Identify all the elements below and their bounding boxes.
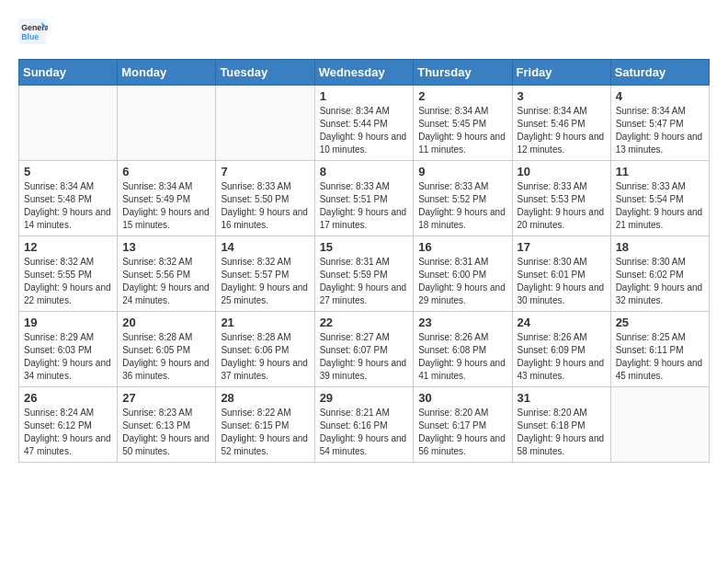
cell-date-number: 20 bbox=[122, 316, 210, 329]
cell-date-number: 25 bbox=[616, 316, 704, 329]
calendar-week-row: 5Sunrise: 8:34 AM Sunset: 5:48 PM Daylig… bbox=[19, 161, 710, 236]
cell-date-number: 19 bbox=[24, 316, 112, 329]
cell-date-number: 29 bbox=[320, 391, 409, 405]
calendar-cell: 4Sunrise: 8:34 AM Sunset: 5:47 PM Daylig… bbox=[610, 86, 709, 161]
calendar-cell: 28Sunrise: 8:22 AM Sunset: 6:15 PM Dayli… bbox=[216, 387, 314, 463]
calendar-cell: 5Sunrise: 8:34 AM Sunset: 5:48 PM Daylig… bbox=[19, 161, 118, 236]
cell-date-number: 13 bbox=[122, 240, 210, 254]
cell-info: Sunrise: 8:24 AM Sunset: 6:12 PM Dayligh… bbox=[24, 407, 112, 458]
calendar-cell bbox=[118, 86, 216, 161]
cell-info: Sunrise: 8:34 AM Sunset: 5:44 PM Dayligh… bbox=[320, 105, 409, 156]
calendar-cell: 20Sunrise: 8:28 AM Sunset: 6:05 PM Dayli… bbox=[118, 312, 216, 387]
cell-info: Sunrise: 8:34 AM Sunset: 5:49 PM Dayligh… bbox=[122, 180, 210, 232]
calendar-cell: 11Sunrise: 8:33 AM Sunset: 5:54 PM Dayli… bbox=[610, 161, 709, 236]
cell-date-number: 26 bbox=[24, 391, 112, 405]
cell-date-number: 12 bbox=[24, 240, 112, 254]
cell-date-number: 17 bbox=[518, 240, 606, 254]
cell-info: Sunrise: 8:32 AM Sunset: 5:57 PM Dayligh… bbox=[221, 256, 309, 307]
cell-info: Sunrise: 8:34 AM Sunset: 5:47 PM Dayligh… bbox=[616, 105, 704, 156]
calendar-cell: 7Sunrise: 8:33 AM Sunset: 5:50 PM Daylig… bbox=[216, 161, 314, 236]
cell-info: Sunrise: 8:25 AM Sunset: 6:11 PM Dayligh… bbox=[616, 331, 704, 383]
cell-info: Sunrise: 8:31 AM Sunset: 5:59 PM Dayligh… bbox=[320, 256, 409, 307]
cell-info: Sunrise: 8:22 AM Sunset: 6:15 PM Dayligh… bbox=[221, 407, 309, 458]
cell-date-number: 15 bbox=[320, 240, 409, 254]
cell-date-number: 21 bbox=[221, 316, 309, 329]
cell-date-number: 5 bbox=[24, 165, 112, 178]
cell-info: Sunrise: 8:34 AM Sunset: 5:48 PM Dayligh… bbox=[24, 180, 112, 232]
cell-info: Sunrise: 8:28 AM Sunset: 6:05 PM Dayligh… bbox=[122, 331, 210, 383]
cell-info: Sunrise: 8:29 AM Sunset: 6:03 PM Dayligh… bbox=[24, 331, 112, 383]
calendar-week-row: 12Sunrise: 8:32 AM Sunset: 5:55 PM Dayli… bbox=[19, 236, 710, 312]
calendar-cell: 31Sunrise: 8:20 AM Sunset: 6:18 PM Dayli… bbox=[512, 387, 610, 463]
cell-info: Sunrise: 8:31 AM Sunset: 6:00 PM Dayligh… bbox=[418, 256, 506, 307]
cell-date-number: 31 bbox=[518, 391, 606, 405]
cell-date-number: 10 bbox=[518, 165, 606, 178]
cell-date-number: 23 bbox=[418, 316, 506, 329]
calendar-cell: 16Sunrise: 8:31 AM Sunset: 6:00 PM Dayli… bbox=[414, 236, 512, 312]
cell-date-number: 8 bbox=[320, 165, 409, 178]
calendar-cell: 19Sunrise: 8:29 AM Sunset: 6:03 PM Dayli… bbox=[19, 312, 118, 387]
calendar-week-row: 19Sunrise: 8:29 AM Sunset: 6:03 PM Dayli… bbox=[19, 312, 710, 387]
calendar-cell: 2Sunrise: 8:34 AM Sunset: 5:45 PM Daylig… bbox=[414, 86, 512, 161]
calendar-cell: 30Sunrise: 8:20 AM Sunset: 6:17 PM Dayli… bbox=[414, 387, 512, 463]
weekday-header-wednesday: Wednesday bbox=[314, 60, 414, 86]
calendar-cell bbox=[19, 86, 118, 161]
calendar-cell: 15Sunrise: 8:31 AM Sunset: 5:59 PM Dayli… bbox=[314, 236, 414, 312]
cell-info: Sunrise: 8:26 AM Sunset: 6:09 PM Dayligh… bbox=[518, 331, 606, 383]
cell-info: Sunrise: 8:20 AM Sunset: 6:17 PM Dayligh… bbox=[418, 407, 506, 458]
cell-info: Sunrise: 8:21 AM Sunset: 6:16 PM Dayligh… bbox=[320, 407, 409, 458]
cell-date-number: 28 bbox=[221, 391, 309, 405]
cell-date-number: 24 bbox=[518, 316, 606, 329]
cell-info: Sunrise: 8:23 AM Sunset: 6:13 PM Dayligh… bbox=[122, 407, 210, 458]
cell-date-number: 11 bbox=[616, 165, 704, 178]
calendar-cell bbox=[610, 387, 709, 463]
calendar-cell: 18Sunrise: 8:30 AM Sunset: 6:02 PM Dayli… bbox=[610, 236, 709, 312]
cell-info: Sunrise: 8:33 AM Sunset: 5:52 PM Dayligh… bbox=[418, 180, 506, 232]
cell-date-number: 9 bbox=[418, 165, 506, 178]
weekday-header-tuesday: Tuesday bbox=[216, 60, 314, 86]
cell-info: Sunrise: 8:33 AM Sunset: 5:53 PM Dayligh… bbox=[518, 180, 606, 232]
cell-info: Sunrise: 8:33 AM Sunset: 5:50 PM Dayligh… bbox=[221, 180, 309, 232]
cell-date-number: 27 bbox=[122, 391, 210, 405]
calendar-cell: 12Sunrise: 8:32 AM Sunset: 5:55 PM Dayli… bbox=[19, 236, 118, 312]
calendar-cell: 25Sunrise: 8:25 AM Sunset: 6:11 PM Dayli… bbox=[610, 312, 709, 387]
cell-info: Sunrise: 8:33 AM Sunset: 5:54 PM Dayligh… bbox=[616, 180, 704, 232]
page-header: General Blue bbox=[18, 18, 710, 44]
calendar-cell: 1Sunrise: 8:34 AM Sunset: 5:44 PM Daylig… bbox=[314, 86, 414, 161]
cell-date-number: 6 bbox=[122, 165, 210, 178]
calendar-cell: 9Sunrise: 8:33 AM Sunset: 5:52 PM Daylig… bbox=[414, 161, 512, 236]
weekday-header-saturday: Saturday bbox=[610, 60, 709, 86]
cell-info: Sunrise: 8:20 AM Sunset: 6:18 PM Dayligh… bbox=[518, 407, 606, 458]
svg-text:General: General bbox=[21, 23, 48, 32]
cell-info: Sunrise: 8:34 AM Sunset: 5:45 PM Dayligh… bbox=[418, 105, 506, 156]
cell-info: Sunrise: 8:30 AM Sunset: 6:01 PM Dayligh… bbox=[518, 256, 606, 307]
weekday-header-sunday: Sunday bbox=[19, 60, 118, 86]
calendar-cell: 13Sunrise: 8:32 AM Sunset: 5:56 PM Dayli… bbox=[118, 236, 216, 312]
cell-date-number: 16 bbox=[418, 240, 506, 254]
weekday-header-row: SundayMondayTuesdayWednesdayThursdayFrid… bbox=[19, 60, 710, 86]
calendar-cell: 27Sunrise: 8:23 AM Sunset: 6:13 PM Dayli… bbox=[118, 387, 216, 463]
weekday-header-monday: Monday bbox=[118, 60, 216, 86]
weekday-header-friday: Friday bbox=[512, 60, 610, 86]
cell-date-number: 7 bbox=[221, 165, 309, 178]
cell-date-number: 4 bbox=[616, 89, 704, 103]
calendar-cell: 23Sunrise: 8:26 AM Sunset: 6:08 PM Dayli… bbox=[414, 312, 512, 387]
cell-date-number: 1 bbox=[320, 89, 409, 103]
cell-date-number: 3 bbox=[518, 89, 606, 103]
calendar-cell: 10Sunrise: 8:33 AM Sunset: 5:53 PM Dayli… bbox=[512, 161, 610, 236]
cell-date-number: 30 bbox=[418, 391, 506, 405]
cell-info: Sunrise: 8:26 AM Sunset: 6:08 PM Dayligh… bbox=[418, 331, 506, 383]
cell-date-number: 2 bbox=[418, 89, 506, 103]
calendar-week-row: 1Sunrise: 8:34 AM Sunset: 5:44 PM Daylig… bbox=[19, 86, 710, 161]
weekday-header-thursday: Thursday bbox=[414, 60, 512, 86]
svg-text:Blue: Blue bbox=[21, 32, 39, 41]
calendar-table: SundayMondayTuesdayWednesdayThursdayFrid… bbox=[18, 59, 710, 463]
calendar-cell: 24Sunrise: 8:26 AM Sunset: 6:09 PM Dayli… bbox=[512, 312, 610, 387]
calendar-cell: 8Sunrise: 8:33 AM Sunset: 5:51 PM Daylig… bbox=[314, 161, 414, 236]
calendar-cell: 14Sunrise: 8:32 AM Sunset: 5:57 PM Dayli… bbox=[216, 236, 314, 312]
calendar-cell: 22Sunrise: 8:27 AM Sunset: 6:07 PM Dayli… bbox=[314, 312, 414, 387]
logo: General Blue bbox=[18, 18, 48, 44]
cell-date-number: 14 bbox=[221, 240, 309, 254]
calendar-week-row: 26Sunrise: 8:24 AM Sunset: 6:12 PM Dayli… bbox=[19, 387, 710, 463]
cell-info: Sunrise: 8:34 AM Sunset: 5:46 PM Dayligh… bbox=[518, 105, 606, 156]
